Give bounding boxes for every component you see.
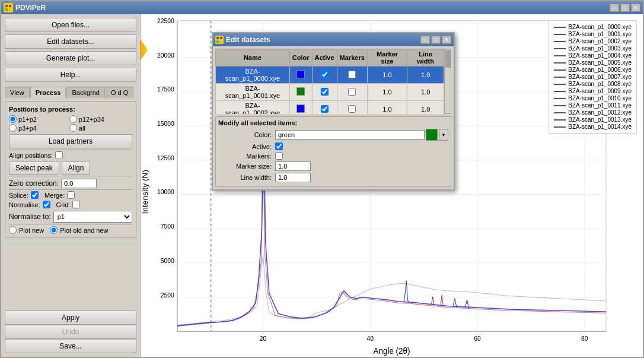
zero-correction-input[interactable]: [61, 179, 97, 188]
row-color: [289, 84, 312, 101]
legend-label-0001: BZA-scan_p1_0001.xye: [568, 31, 632, 37]
svg-rect-38: [216, 40, 219, 43]
scroll-thumb[interactable]: [445, 50, 451, 68]
tab-view[interactable]: View: [5, 87, 30, 98]
dataset-table-scroll[interactable]: Name Color Active Markers Marker size Li…: [215, 49, 444, 114]
color-text-input[interactable]: [275, 130, 425, 140]
table-row[interactable]: BZA-scan_p1_0001.xye 1.0 1.0: [216, 84, 444, 101]
legend-label-0000: BZA-scan_p1_0000.xye: [568, 24, 632, 30]
svg-text:7500: 7500: [161, 223, 174, 230]
tab-background[interactable]: Backgrnd: [66, 87, 104, 98]
options-row: Splice: Merge:: [9, 191, 132, 199]
legend-item: BZA-scan_p1_0012.xye: [554, 109, 632, 116]
line-width-input[interactable]: [275, 173, 311, 182]
color-dropdown-arrow[interactable]: ▼: [439, 129, 448, 141]
legend-line-0005: [554, 62, 566, 64]
normalise-option[interactable]: Normalise:: [9, 201, 50, 208]
edit-datasets-dialog: Edit datasets ─ □ ✕: [212, 32, 455, 191]
legend-line-0007: [554, 77, 566, 78]
apply-button[interactable]: Apply: [5, 311, 136, 325]
table-row[interactable]: BZA-scan_p1_0002.xye 1.0 1.0: [216, 101, 444, 115]
normalise-to-select[interactable]: p1 p2 p3 p4: [53, 211, 132, 223]
dialog-close-button[interactable]: ✕: [442, 36, 451, 44]
legend-item: BZA-scan_p1_0003.xye: [554, 45, 632, 52]
process-panel: Positions to process: p1+p2 p12+p34 p3+p…: [5, 102, 136, 238]
svg-text:22500: 22500: [157, 17, 174, 24]
merge-option[interactable]: Merge:: [44, 191, 75, 199]
plot-mode-row: Plot new Plot old and new: [9, 226, 132, 234]
dialog-minimize-button[interactable]: ─: [420, 36, 430, 44]
undo-button[interactable]: Undo: [5, 325, 136, 339]
legend-item: BZA-scan_p1_0000.xye: [554, 24, 632, 30]
row-marker-size: 1.0: [367, 66, 407, 84]
window-title: PDViPeR: [15, 4, 610, 12]
col-header-active: Active: [312, 49, 337, 66]
color-preview-button[interactable]: [426, 129, 438, 141]
grid-option[interactable]: Grid:: [56, 201, 81, 208]
svg-text:20: 20: [260, 335, 267, 342]
open-files-button[interactable]: Open files...: [5, 18, 136, 32]
splice-option[interactable]: Splice:: [9, 191, 39, 199]
apply-undo-save-group: Apply Undo Save...: [5, 311, 136, 353]
tab-odq[interactable]: O d Q: [106, 87, 133, 98]
color-swatch: [297, 87, 305, 96]
legend-line-0012: [554, 112, 566, 113]
line-width-modify-row: Line width:: [218, 173, 448, 182]
dialog-maximize-button[interactable]: □: [431, 36, 441, 44]
row-name: BZA-scan_p1_0000.xye: [216, 66, 290, 84]
align-positions-checkbox[interactable]: [55, 151, 63, 159]
svg-text:2500: 2500: [161, 291, 174, 298]
select-peak-button[interactable]: Select peak: [9, 161, 59, 175]
maximize-button[interactable]: □: [620, 4, 630, 12]
plot-new-radio[interactable]: Plot new: [9, 226, 44, 234]
main-window: PDViPeR ─ □ ✕ Open files... Edit dataset…: [0, 0, 644, 358]
legend-item: BZA-scan_p1_0008.xye: [554, 81, 632, 87]
load-partners-button[interactable]: Load partners: [9, 134, 132, 148]
svg-rect-0: [5, 5, 8, 7]
radio-p3p4[interactable]: p3+p4: [9, 124, 68, 132]
table-row[interactable]: BZA-scan_p1_0000.xye 1.0 1.0: [216, 66, 444, 84]
active-checkbox[interactable]: [275, 142, 283, 150]
legend-item: BZA-scan_p1_0011.xye: [554, 102, 632, 109]
align-positions-label: Align positions:: [9, 152, 53, 159]
legend-line-0000: [554, 27, 566, 28]
normalise-options-row: Normalise: Grid:: [9, 201, 132, 208]
save-button[interactable]: Save...: [5, 339, 136, 353]
legend-label-0003: BZA-scan_p1_0003.xye: [568, 45, 632, 52]
marker-size-modify-row: Marker size:: [218, 161, 448, 171]
color-swatch: [297, 104, 305, 113]
radio-all[interactable]: all: [69, 124, 129, 132]
svg-text:17500: 17500: [157, 85, 174, 93]
plot-old-and-new-radio[interactable]: Plot old and new: [50, 226, 108, 234]
legend-item: BZA-scan_p1_0010.xye: [554, 95, 632, 102]
dialog-body: Name Color Active Markers Marker size Li…: [213, 46, 454, 189]
svg-rect-2: [5, 8, 8, 11]
color-swatch: [297, 70, 305, 78]
app-icon: [4, 3, 13, 12]
close-button[interactable]: ✕: [631, 4, 640, 12]
legend-line-0001: [554, 34, 566, 35]
marker-size-input[interactable]: [275, 161, 311, 171]
legend-label-0007: BZA-scan_p1_0007.xye: [568, 74, 632, 80]
help-button[interactable]: Help...: [5, 68, 136, 82]
legend-label-0002: BZA-scan_p1_0002.xye: [568, 38, 632, 45]
generate-plot-button[interactable]: Generate plot...: [5, 51, 136, 65]
edit-datasets-button[interactable]: Edit datasets...: [5, 34, 136, 49]
legend-label-0006: BZA-scan_p1_0006.xye: [568, 66, 632, 73]
row-name: BZA-scan_p1_0001.xye: [216, 84, 290, 101]
svg-text:10000: 10000: [157, 188, 174, 195]
radio-p12p34[interactable]: p12+p34: [69, 115, 129, 123]
minimize-button[interactable]: ─: [610, 4, 619, 12]
dialog-container: Edit datasets ─ □ ✕: [212, 32, 455, 191]
markers-checkbox[interactable]: [275, 152, 283, 160]
window-controls: ─ □ ✕: [610, 4, 640, 12]
radio-p1p2[interactable]: p1+p2: [9, 115, 68, 123]
tab-process[interactable]: Process: [30, 87, 66, 98]
table-scrollbar[interactable]: [444, 49, 451, 114]
align-button[interactable]: Align: [62, 161, 91, 175]
markers-modify-row: Markers:: [218, 152, 448, 160]
svg-rect-36: [216, 37, 219, 39]
dataset-table: Name Color Active Markers Marker size Li…: [215, 49, 444, 114]
active-modify-row: Active:: [218, 142, 448, 150]
legend-line-0009: [554, 91, 566, 92]
